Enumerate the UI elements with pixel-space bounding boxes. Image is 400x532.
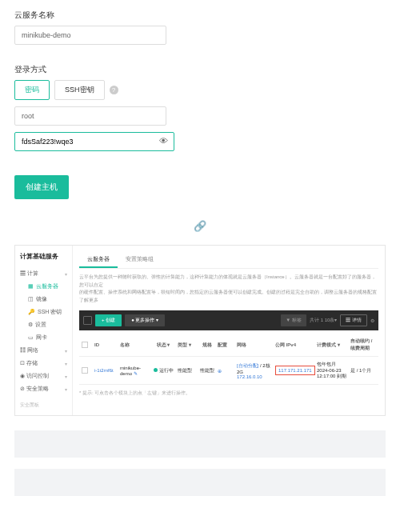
sidebar-item-sshkey[interactable]: 🔑SSH 密钥 (20, 306, 67, 318)
sidebar-item-settings[interactable]: ⚙设置 (20, 318, 67, 331)
password-input[interactable] (14, 132, 174, 151)
login-method-label: 登录方式 (14, 64, 386, 75)
sidebar-title: 计算基础服务 (20, 252, 67, 261)
link-icon: 🔗 (0, 220, 400, 232)
sidebar-group-compute[interactable]: ☰ 计算▾ (20, 267, 67, 280)
th-name: 名称 (120, 342, 149, 349)
th-type[interactable]: 类型 ▾ (178, 342, 197, 349)
toolbar-settings-icon[interactable]: ⚙ (370, 318, 374, 323)
service-name-input[interactable] (14, 26, 166, 45)
toolbar-pager: 共计 1 10条▾ (310, 317, 337, 324)
placeholder-block (14, 469, 386, 496)
key-icon: 🔑 (28, 309, 35, 315)
edit-icon[interactable]: ✎ (134, 371, 138, 376)
dashboard-panel: 计算基础服务 ☰ 计算▾ ▦云服务器 ◫镜像 🔑SSH 密钥 ⚙设置 ▭网卡 ☷… (14, 245, 386, 416)
table-row[interactable]: i-1t2rnf6t minikube-demo ✎ 运行中 性能型 性能型 ⊕… (79, 357, 378, 385)
header-checkbox[interactable] (82, 342, 88, 348)
service-name-label: 云服务名称 (14, 10, 386, 21)
sidebar-group-access[interactable]: ◉ 访问控制▾ (20, 370, 67, 382)
help-icon[interactable]: ? (110, 86, 118, 94)
instance-id-link[interactable]: i-1t2rnf6t (94, 368, 114, 373)
sidebar-item-cloud-server[interactable]: ▦云服务器 (20, 280, 67, 293)
th-bill[interactable]: 计费模式 ▾ (317, 342, 347, 349)
nic-icon: ▭ (28, 334, 34, 341)
row-checkbox[interactable] (82, 367, 88, 374)
toolbar-filter[interactable]: ▼ 标签 (281, 314, 306, 326)
status-dot (154, 368, 158, 372)
th-net: 网络 (237, 342, 272, 349)
th-id: ID (94, 342, 117, 347)
image-icon: ◫ (28, 296, 34, 302)
main-tab-list[interactable]: 云服务器 (79, 252, 118, 268)
sidebar-group-network[interactable]: ☷ 网络▾ (20, 344, 67, 357)
gear-icon: ⚙ (28, 322, 33, 328)
th-conf: 配置 (218, 342, 234, 349)
sidebar-group-security[interactable]: ⊘ 安全策略▾ (20, 382, 67, 395)
toolbar-create-button[interactable]: + 创建 (95, 314, 122, 326)
toolbar: + 创建 ● 更多操作 ▾ ▼ 标签 共计 1 10条▾ ☰ 详情 ⚙ (79, 310, 378, 330)
th-act: 自动续约 / 续费周期 (350, 338, 376, 352)
placeholder-block (14, 430, 386, 458)
username-input[interactable] (14, 106, 166, 126)
sidebar-footer: 安全面板 (20, 402, 67, 409)
public-ip-box[interactable]: 117.171.21.171 (275, 366, 315, 375)
toolbar-more-button[interactable]: ● 更多操作 ▾ (125, 314, 165, 326)
eye-icon[interactable]: 👁 (159, 136, 168, 146)
sidebar-item-image[interactable]: ◫镜像 (20, 293, 67, 306)
tab-password[interactable]: 密码 (14, 80, 50, 100)
config-icon[interactable]: ⊕ (218, 369, 222, 374)
main-tab-recycle[interactable]: 安置策略组 (118, 252, 162, 268)
sidebar-item-nic[interactable]: ▭网卡 (20, 331, 67, 344)
th-status[interactable]: 状态 ▾ (152, 342, 174, 349)
description-text: 云平台为您提供一种随时获取的、弹性的计算能力，这种计算能力的体现就是云服务器（I… (79, 274, 378, 304)
server-icon: ▦ (28, 283, 34, 290)
table-note: * 提示: 可点击各个模块上的点「左键」来进行操作。 (79, 390, 378, 397)
toolbar-detail-button[interactable]: ☰ 详情 (340, 314, 367, 326)
th-spec: 规格 (200, 342, 214, 349)
toolbar-checkbox[interactable] (83, 316, 92, 325)
sidebar-group-storage[interactable]: ⊡ 存储▾ (20, 357, 67, 370)
tab-sshkey[interactable]: SSH密钥 (54, 80, 105, 100)
create-host-button[interactable]: 创建主机 (14, 175, 69, 199)
th-ip: 公网 IPv4 (275, 342, 314, 349)
